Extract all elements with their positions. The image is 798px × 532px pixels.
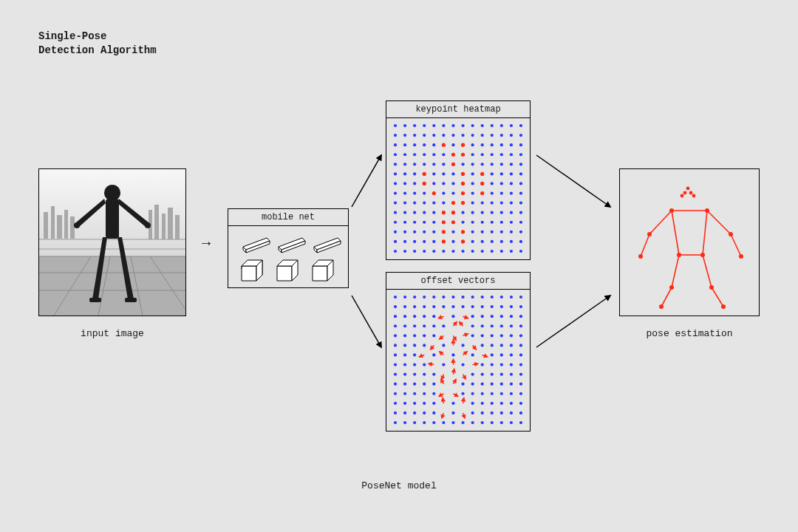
svg-point-413 (500, 402, 503, 405)
svg-line-454 (707, 211, 731, 234)
svg-point-432 (413, 421, 416, 424)
mobilenet-panel: mobile net (228, 208, 349, 288)
svg-point-177 (519, 202, 522, 205)
svg-marker-32 (242, 266, 256, 281)
svg-point-254 (451, 296, 454, 299)
keypoint-heatmap-panel: keypoint heatmap (386, 100, 531, 260)
pose-skeleton (620, 169, 759, 316)
svg-point-74 (471, 134, 474, 137)
svg-point-80 (394, 143, 397, 146)
svg-point-248 (394, 296, 397, 299)
svg-point-207 (403, 231, 406, 233)
svg-point-264 (413, 305, 416, 308)
svg-point-120 (510, 163, 513, 166)
svg-point-198 (451, 220, 455, 224)
svg-point-385 (500, 383, 503, 386)
svg-point-329 (500, 344, 503, 347)
svg-point-82 (413, 143, 416, 146)
svg-point-351 (442, 363, 445, 366)
svg-point-268 (451, 305, 454, 308)
svg-point-235 (403, 250, 406, 253)
svg-rect-3 (57, 215, 62, 239)
svg-point-245 (500, 250, 503, 253)
svg-point-162 (510, 191, 513, 194)
svg-point-194 (413, 221, 416, 224)
svg-point-60 (471, 124, 474, 127)
svg-point-346 (394, 363, 397, 366)
svg-point-232 (510, 240, 513, 243)
svg-rect-8 (162, 214, 166, 239)
svg-point-373 (519, 373, 522, 376)
svg-point-137 (403, 182, 406, 185)
svg-line-51 (352, 296, 381, 347)
svg-point-468 (739, 254, 743, 259)
svg-point-402 (394, 402, 397, 405)
svg-point-174 (491, 202, 494, 205)
svg-point-307 (423, 334, 426, 337)
svg-point-155 (442, 191, 445, 194)
svg-point-98 (432, 153, 435, 156)
svg-point-185 (461, 211, 464, 214)
svg-point-290 (394, 324, 397, 327)
svg-point-255 (461, 296, 464, 299)
svg-point-73 (461, 134, 464, 137)
svg-point-404 (413, 402, 416, 405)
svg-point-144 (471, 182, 474, 185)
svg-point-325 (461, 344, 464, 347)
svg-point-165 (403, 202, 406, 205)
svg-point-212 (451, 231, 454, 233)
svg-line-281 (439, 316, 444, 318)
svg-point-276 (394, 315, 397, 318)
svg-point-201 (481, 221, 484, 224)
svg-point-167 (423, 202, 426, 205)
svg-point-85 (442, 143, 446, 147)
svg-point-204 (510, 221, 513, 224)
svg-point-439 (481, 421, 484, 424)
svg-point-118 (491, 163, 494, 166)
svg-point-433 (423, 421, 426, 424)
svg-point-340 (471, 353, 474, 356)
svg-point-396 (471, 392, 474, 395)
svg-point-101 (461, 153, 465, 157)
svg-point-467 (638, 254, 643, 259)
svg-point-104 (491, 153, 494, 156)
svg-point-107 (519, 153, 522, 156)
svg-line-297 (460, 322, 463, 326)
svg-rect-22 (106, 199, 119, 239)
svg-point-208 (413, 231, 416, 233)
svg-line-407 (443, 398, 443, 403)
svg-point-154 (432, 191, 436, 195)
svg-point-280 (432, 315, 435, 318)
svg-point-95 (403, 153, 406, 156)
svg-point-142 (451, 182, 454, 185)
svg-point-163 (519, 191, 522, 194)
svg-point-83 (423, 143, 426, 146)
svg-point-242 (471, 250, 474, 253)
svg-point-63 (500, 124, 503, 127)
svg-point-469 (677, 253, 681, 257)
svg-point-203 (500, 221, 503, 224)
svg-point-428 (510, 412, 513, 415)
svg-point-131 (480, 172, 484, 176)
svg-point-320 (413, 344, 416, 347)
svg-line-365 (442, 375, 443, 380)
svg-point-284 (471, 315, 474, 318)
svg-point-233 (519, 240, 522, 243)
svg-point-65 (519, 124, 522, 127)
svg-point-70 (432, 134, 435, 137)
svg-point-417 (403, 412, 406, 415)
svg-point-473 (659, 304, 664, 309)
svg-point-342 (491, 353, 494, 356)
svg-point-327 (481, 344, 484, 347)
svg-point-470 (700, 253, 705, 257)
svg-point-376 (413, 383, 416, 386)
svg-point-319 (403, 344, 406, 347)
svg-point-214 (471, 231, 474, 233)
svg-point-217 (500, 231, 503, 233)
svg-point-398 (491, 392, 494, 395)
svg-point-224 (432, 240, 435, 243)
svg-point-115 (461, 163, 464, 166)
svg-line-354 (473, 364, 478, 364)
svg-point-153 (423, 191, 426, 194)
svg-point-392 (432, 392, 435, 395)
